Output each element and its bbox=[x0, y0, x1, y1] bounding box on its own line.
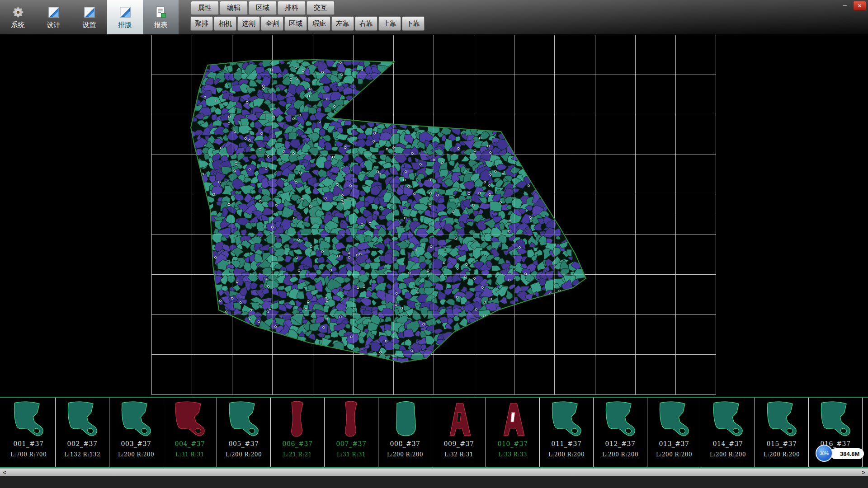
piece-lr-label: L:32 R:31 bbox=[444, 451, 473, 458]
piece-thumbnail[interactable]: 012_#37L:200 R:200 bbox=[594, 398, 647, 467]
horizontal-scrollbar[interactable]: < > bbox=[0, 468, 868, 476]
piece-thumbnail[interactable]: 004_#37L:31 R:31 bbox=[163, 398, 217, 467]
piece-thumbnail[interactable]: 007_#37L:31 R:31 bbox=[325, 398, 378, 467]
close-button[interactable]: ✕ bbox=[853, 1, 866, 10]
piece-thumbnail[interactable]: 008_#37L:200 R:200 bbox=[378, 398, 432, 467]
piece-thumbnail[interactable]: 017_#37L:200 R:200 bbox=[863, 398, 868, 467]
toolbar-button-label: 系统 bbox=[11, 21, 25, 29]
piece-thumbnail[interactable]: 005_#37L:200 R:200 bbox=[217, 398, 271, 467]
piece-lr-label: L:33 R:33 bbox=[498, 451, 527, 458]
piece-thumbnail[interactable]: 009_#37L:32 R:31 bbox=[432, 398, 486, 467]
piece-shape bbox=[760, 400, 804, 439]
nesting-canvas[interactable] bbox=[0, 34, 868, 397]
piece-lr-label: L:21 R:21 bbox=[283, 451, 312, 458]
scroll-right-arrow-icon[interactable]: > bbox=[859, 469, 868, 476]
menu-tab-2[interactable]: 编辑 bbox=[220, 1, 248, 15]
menu-tab-4[interactable]: 排料 bbox=[278, 1, 306, 15]
piece-shape bbox=[168, 400, 212, 439]
menu-tool-row: 聚排相机选割全割区域瑕疵左靠右靠上靠下靠 bbox=[190, 16, 425, 31]
piece-label: 014_#37 bbox=[713, 440, 743, 447]
piece-thumbnail[interactable]: 011_#37L:200 R:200 bbox=[540, 398, 594, 467]
toolbar-button-5[interactable]: 报表 bbox=[143, 0, 179, 34]
piece-shape bbox=[60, 400, 104, 439]
menu-tab-1[interactable]: 属性 bbox=[191, 1, 219, 15]
piece-label: 006_#37 bbox=[283, 440, 313, 447]
piece-thumbnail[interactable]: 015_#37L:200 R:200 bbox=[755, 398, 809, 467]
piece-lr-label: L:700 R:700 bbox=[10, 451, 47, 458]
piece-lr-label: L:200 R:200 bbox=[226, 451, 262, 458]
piece-shape bbox=[706, 400, 750, 439]
toolbar-button-label: 设计 bbox=[47, 21, 61, 29]
piece-thumbnail[interactable]: 010_#37L:33 R:33 bbox=[486, 398, 540, 467]
scroll-left-arrow-icon[interactable]: < bbox=[0, 469, 9, 476]
piece-lr-label: L:200 R:200 bbox=[764, 451, 800, 458]
piece-shape bbox=[652, 400, 696, 439]
piece-lr-label: L:200 R:200 bbox=[710, 451, 746, 458]
piece-label: 004_#37 bbox=[175, 440, 205, 447]
piece-strip: 001_#37L:700 R:700002_#37L:132 R:132003_… bbox=[0, 397, 868, 468]
piece-shape bbox=[437, 400, 481, 439]
menu-tool-5[interactable]: 区域 bbox=[284, 16, 307, 31]
piece-thumbnail[interactable]: 002_#37L:132 R:132 bbox=[56, 398, 109, 467]
piece-label: 010_#37 bbox=[498, 440, 528, 447]
triangle-icon bbox=[47, 5, 61, 19]
piece-thumbnail[interactable]: 003_#37L:200 R:200 bbox=[109, 398, 163, 467]
piece-thumbnail[interactable]: 001_#37L:700 R:700 bbox=[2, 398, 56, 467]
piece-label: 009_#37 bbox=[444, 440, 474, 447]
menu-tab-3[interactable]: 区域 bbox=[249, 1, 277, 15]
piece-lr-label: L:31 R:31 bbox=[175, 451, 204, 458]
piece-label: 001_#37 bbox=[14, 440, 44, 447]
piece-label: 013_#37 bbox=[659, 440, 689, 447]
piece-label: 007_#37 bbox=[336, 440, 367, 447]
piece-shape bbox=[222, 400, 266, 439]
piece-thumbnail[interactable]: 013_#37L:200 R:200 bbox=[647, 398, 701, 467]
piece-shape bbox=[598, 400, 642, 439]
toolbar-button-1[interactable]: 系统 bbox=[0, 0, 36, 34]
piece-thumbnail[interactable]: 006_#37L:21 R:21 bbox=[271, 398, 325, 467]
piece-shape bbox=[813, 400, 858, 439]
piece-shape bbox=[383, 400, 427, 439]
piece-label: 011_#37 bbox=[552, 440, 582, 447]
piece-lr-label: L:200 R:200 bbox=[548, 451, 585, 458]
piece-shape bbox=[329, 400, 373, 439]
piece-thumbnail[interactable]: 014_#37L:200 R:200 bbox=[701, 398, 755, 467]
piece-lr-label: L:200 R:200 bbox=[118, 451, 154, 458]
piece-shape bbox=[6, 400, 51, 439]
piece-lr-label: L:31 R:31 bbox=[337, 451, 366, 458]
piece-label: 008_#37 bbox=[390, 440, 420, 447]
toolbar-button-3[interactable]: 设置 bbox=[71, 0, 107, 34]
menu-tab-5[interactable]: 交互 bbox=[307, 1, 335, 15]
toolbar-button-4[interactable]: 排版 bbox=[107, 0, 143, 34]
piece-label: 005_#37 bbox=[229, 440, 259, 447]
main-toolbar: 系统设计设置排版报表 bbox=[0, 0, 179, 34]
piece-label: 002_#37 bbox=[67, 440, 98, 447]
minimize-button[interactable]: – bbox=[840, 1, 849, 9]
menu-tool-1[interactable]: 聚排 bbox=[190, 16, 213, 31]
toolbar-button-2[interactable]: 设计 bbox=[36, 0, 71, 34]
top-bar: 系统设计设置排版报表 属性编辑区域排料交互 聚排相机选割全割区域瑕疵左靠右靠上靠… bbox=[0, 0, 868, 35]
piece-shape bbox=[114, 400, 158, 439]
triangle-icon bbox=[118, 5, 132, 19]
piece-shape bbox=[275, 400, 320, 439]
menu-tool-7[interactable]: 左靠 bbox=[331, 16, 354, 31]
toolbar-button-label: 排版 bbox=[118, 21, 132, 29]
report-icon bbox=[154, 5, 168, 19]
memory-badge: 384.8M bbox=[830, 448, 864, 459]
piece-lr-label: L:132 R:132 bbox=[64, 451, 100, 458]
menu-tab-row: 属性编辑区域排料交互 bbox=[191, 1, 335, 15]
bottom-filler bbox=[0, 476, 868, 488]
toolbar-button-label: 报表 bbox=[154, 21, 168, 29]
menu-tool-8[interactable]: 右靠 bbox=[355, 16, 377, 31]
menu-tool-9[interactable]: 上靠 bbox=[378, 16, 401, 31]
menu-tool-6[interactable]: 瑕疵 bbox=[308, 16, 330, 31]
menu-tool-3[interactable]: 选割 bbox=[237, 16, 260, 31]
menu-tool-10[interactable]: 下靠 bbox=[402, 16, 425, 31]
progress-circle-badge: 38% bbox=[816, 445, 833, 462]
menu-tool-4[interactable]: 全割 bbox=[261, 16, 283, 31]
piece-lr-label: L:200 R:200 bbox=[656, 451, 692, 458]
menu-tool-2[interactable]: 相机 bbox=[214, 16, 236, 31]
window-controls: – ✕ bbox=[840, 1, 866, 10]
triangle-icon bbox=[83, 5, 96, 19]
piece-lr-label: L:200 R:200 bbox=[602, 451, 638, 458]
piece-lr-label: L:200 R:200 bbox=[387, 451, 423, 458]
